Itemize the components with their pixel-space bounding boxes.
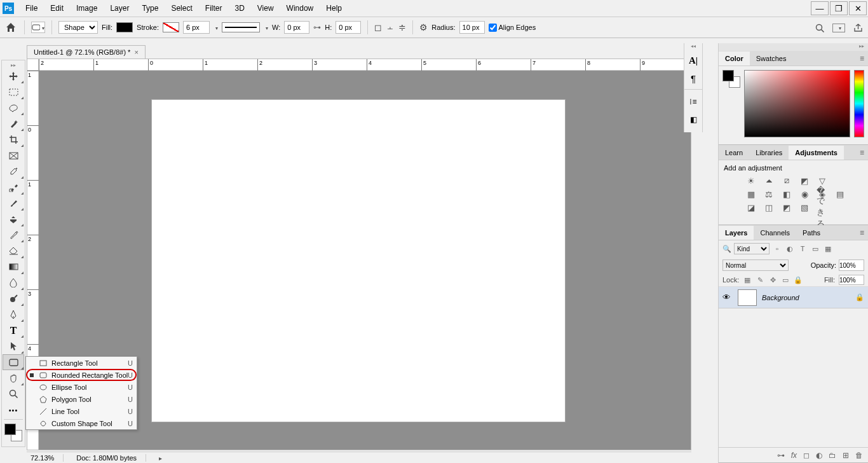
layer-style-icon[interactable]: fx <box>791 451 797 460</box>
gear-icon[interactable]: ⚙ <box>419 22 428 32</box>
lock-position-icon[interactable]: ✥ <box>768 275 777 284</box>
flyout-item-line-tool[interactable]: Line ToolU <box>26 405 137 417</box>
gradient-map-icon[interactable]: ▧ <box>799 202 810 212</box>
history-brush-tool[interactable] <box>3 227 24 243</box>
brightness-contrast-icon[interactable]: ☀ <box>745 176 757 186</box>
black-white-icon[interactable]: ◧ <box>781 189 792 199</box>
threshold-icon[interactable]: ◩ <box>781 202 792 212</box>
panel-menu-icon[interactable]: ≡ <box>860 148 864 157</box>
character-panel-icon[interactable]: A| <box>686 52 701 69</box>
hue-saturation-icon[interactable]: ▦ <box>745 189 757 199</box>
maximize-button[interactable]: ❐ <box>830 1 848 15</box>
ruler-horizontal[interactable]: 210123456789 <box>39 59 691 71</box>
tab-libraries[interactable]: Libraries <box>749 146 789 160</box>
home-icon[interactable] <box>4 20 18 34</box>
color-fgbg-swatch[interactable] <box>722 70 740 88</box>
gradient-tool[interactable] <box>3 259 24 275</box>
menu-window[interactable]: Window <box>280 1 320 16</box>
canvas[interactable] <box>152 100 565 422</box>
stroke-width-dropdown-icon[interactable] <box>214 24 218 31</box>
tab-swatches[interactable]: Swatches <box>750 52 793 66</box>
color-balance-icon[interactable]: ⚖ <box>763 189 775 199</box>
invert-icon[interactable]: ◪ <box>745 202 757 212</box>
zoom-level[interactable]: 72.13% <box>31 454 64 462</box>
dock-collapse-icon[interactable]: ◂◂ <box>684 43 702 51</box>
height-input[interactable] <box>336 21 361 34</box>
path-operations-icon[interactable]: ◻ <box>374 22 382 32</box>
pen-tool[interactable] <box>3 307 24 322</box>
fill-swatch[interactable] <box>116 22 133 32</box>
flyout-item-ellipse-tool[interactable]: Ellipse ToolU <box>26 381 137 393</box>
link-layers-icon[interactable]: ⊶ <box>777 451 785 460</box>
align-edges-checkbox[interactable]: Align Edges <box>489 24 536 32</box>
menu-type[interactable]: Type <box>135 1 165 16</box>
lock-artboard-icon[interactable]: ▭ <box>781 275 790 284</box>
layer-mask-icon[interactable]: ◻ <box>803 451 810 460</box>
tab-paths[interactable]: Paths <box>796 226 827 240</box>
tab-learn[interactable]: Learn <box>719 146 749 160</box>
filter-adjustment-icon[interactable]: ◐ <box>785 244 795 254</box>
new-group-icon[interactable]: 🗀 <box>829 451 836 460</box>
filter-type-icon[interactable]: T <box>797 244 808 254</box>
flyout-item-rectangle-tool[interactable]: Rectangle ToolU <box>26 357 137 369</box>
clone-stamp-tool[interactable] <box>3 211 24 227</box>
glyphs-panel-icon[interactable]: ⁞≡ <box>686 93 701 110</box>
panel-menu-icon[interactable]: ≡ <box>860 54 864 63</box>
menu-filter[interactable]: Filter <box>199 1 229 16</box>
panel-menu-icon[interactable]: ≡ <box>860 228 864 237</box>
tab-adjustments[interactable]: Adjustments <box>789 146 844 160</box>
new-fill-layer-icon[interactable]: ◐ <box>816 451 822 460</box>
color-lookup-icon[interactable]: ▤ <box>834 189 846 199</box>
path-selection-tool[interactable] <box>3 338 24 354</box>
panels-collapse-icon[interactable]: ▸▸ <box>719 43 868 51</box>
stroke-style-swatch[interactable] <box>222 22 260 32</box>
exposure-icon[interactable]: ◩ <box>799 176 810 186</box>
path-arrangement-icon[interactable]: ≑ <box>398 22 406 32</box>
filter-pixel-icon[interactable]: ▫ <box>772 244 782 254</box>
document-tab[interactable]: Untitled-1 @ 72.1% (RGB/8#) * × <box>27 45 146 59</box>
photo-filter-icon[interactable]: ◉ <box>799 189 810 199</box>
radius-input[interactable] <box>459 21 485 34</box>
close-icon[interactable]: × <box>134 48 138 56</box>
search-icon[interactable] <box>815 23 825 33</box>
dodge-tool[interactable] <box>3 291 24 307</box>
crop-tool[interactable] <box>3 132 24 148</box>
styles-panel-icon[interactable]: ◧ <box>686 111 701 128</box>
shape-tool[interactable] <box>3 354 24 370</box>
curves-icon[interactable]: ⧄ <box>781 176 792 186</box>
selective-color-icon[interactable]: �できる <box>817 202 828 212</box>
workspace-switcher-icon[interactable] <box>832 24 845 32</box>
status-more-icon[interactable] <box>159 454 162 462</box>
menu-file[interactable]: File <box>19 1 44 16</box>
flyout-item-polygon-tool[interactable]: Polygon ToolU <box>26 393 137 405</box>
stroke-width-input[interactable] <box>183 21 210 34</box>
lock-transparency-icon[interactable]: ▦ <box>743 275 752 284</box>
toolbar-collapse-handle[interactable]: ▸▸ <box>2 62 25 68</box>
lock-all-icon[interactable]: 🔒 <box>794 275 803 284</box>
posterize-icon[interactable]: ◫ <box>763 202 775 212</box>
menu-image[interactable]: Image <box>70 1 104 16</box>
foreground-background-colors[interactable] <box>4 421 22 445</box>
blend-mode-select[interactable]: Normal <box>722 259 789 271</box>
layer-filter-select[interactable]: Kind <box>734 243 770 254</box>
healing-brush-tool[interactable] <box>3 179 24 195</box>
eyedropper-tool[interactable] <box>3 163 24 179</box>
move-tool[interactable] <box>3 68 24 84</box>
levels-icon[interactable]: ⏶ <box>763 176 775 186</box>
link-wh-icon[interactable]: ⊶ <box>313 23 321 32</box>
menu-edit[interactable]: Edit <box>44 1 70 16</box>
hand-tool[interactable] <box>3 370 24 386</box>
path-alignment-icon[interactable]: ⫠ <box>386 22 395 32</box>
stroke-swatch[interactable] <box>163 22 179 32</box>
menu-help[interactable]: Help <box>320 1 348 16</box>
tab-layers[interactable]: Layers <box>719 226 754 240</box>
tool-mode-select[interactable]: Shape <box>58 21 98 34</box>
share-icon[interactable] <box>853 23 863 33</box>
stroke-style-dropdown-icon[interactable] <box>264 24 268 31</box>
color-spectrum[interactable] <box>744 70 850 137</box>
layer-item-background[interactable]: 👁 Background 🔒 <box>719 287 868 308</box>
opacity-input[interactable] <box>839 259 864 271</box>
flyout-item-custom-shape-tool[interactable]: Custom Shape ToolU <box>26 417 137 429</box>
eraser-tool[interactable] <box>3 243 24 259</box>
hue-slider[interactable] <box>854 70 864 137</box>
